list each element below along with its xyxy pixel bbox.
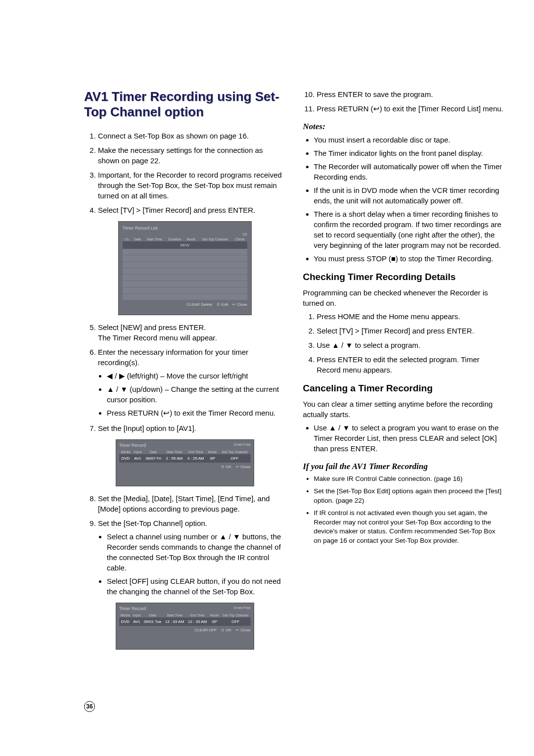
manual-page: AV1 Timer Recording using Set-Top Channe…: [0, 0, 534, 742]
fig3-r4: 12 : 33 AM: [186, 617, 209, 626]
fig2-title: Timer Record: [119, 443, 146, 448]
step6-b3: Press RETURN (↩) to exit the Timer Recor…: [107, 408, 286, 418]
note-5: There is a short delay when a timer reco…: [314, 209, 505, 250]
fig3-clear: CLEAR OFF: [195, 628, 217, 632]
check-3: Use ▲ / ▼ to select a program.: [317, 340, 505, 350]
cancel-b1: Use ▲ / ▼ to select a program you want t…: [314, 423, 505, 454]
fig2-h1: Input: [132, 450, 143, 454]
fig3-h2: Date: [142, 613, 163, 617]
figure-timer-record-1: Timer Record 0 min Free Media Input Date…: [116, 439, 254, 486]
fig1-footer-edit: ⊙ Edit: [217, 302, 228, 307]
step-1: Connect a Set-Top Box as shown on page 1…: [98, 131, 286, 141]
step-5b: The Timer Record menu will appear.: [98, 333, 217, 342]
note-3: The Recorder will automatically power of…: [314, 161, 505, 182]
fig3-h5: Mode: [209, 613, 220, 617]
fig3-h3: Start Time: [163, 613, 186, 617]
two-column-layout: AV1 Timer Recording using Set-Top Channe…: [84, 89, 504, 657]
fig2-h6: Set-Top Channel: [219, 450, 251, 454]
fig2-h2: Date: [143, 450, 164, 454]
note-2: The Timer indicator lights on the front …: [314, 148, 505, 158]
fig3-h1: Input: [132, 613, 142, 617]
fig2-r1: AV1: [132, 454, 143, 463]
fig1-footer-close: ↩ Close: [232, 302, 247, 307]
step-7: Set the [Input] option to [AV1].: [98, 423, 286, 433]
fig3-r1: AV1: [132, 617, 142, 626]
step-8: Set the [Media], [Date], [Start Time], […: [98, 493, 286, 514]
steps-list-3: Set the [Media], [Date], [Start Time], […: [84, 493, 286, 597]
step-11: Press RETURN (↩) to exit the [Timer Reco…: [317, 103, 505, 114]
step-5: Select [NEW] and press ENTER. The Timer …: [98, 322, 286, 343]
step9-b1: Select a channel using number or ▲ / ▼ b…: [107, 531, 286, 573]
fig3-h4: End Time: [186, 613, 209, 617]
fig3-r3: 12 : 03 AM: [163, 617, 186, 626]
fig3-r6: OFF: [221, 617, 251, 626]
fail-2: Set the [Set-Top Box Edit] options again…: [314, 487, 505, 506]
step-9-text: Set the [Set-Top Channel] option.: [98, 519, 207, 527]
fig3-minfree: 0 min Free: [234, 606, 250, 613]
fig2-r0: DVD: [119, 454, 133, 463]
step-5a: Select [NEW] and press ENTER.: [98, 323, 206, 331]
fail-3: If IR control is not activated even thou…: [314, 509, 505, 546]
left-column: AV1 Timer Recording using Set-Top Channe…: [84, 89, 286, 657]
fig1-page-indicator: 1/2: [123, 233, 247, 236]
checking-heading: Checking Timer Recording Details: [303, 272, 505, 283]
fig1-h-check: Check: [232, 237, 247, 241]
check-4: Press ENTER to edit the selected program…: [317, 354, 505, 375]
fig1-h-dur: Duration: [166, 237, 184, 241]
fig2-r5: SP: [206, 454, 219, 463]
step-3: Important, for the Recorder to record pr…: [98, 170, 286, 201]
fig2-h3: Start Time: [164, 450, 185, 454]
check-2: Select [TV] > [Timer Record] and press E…: [317, 326, 505, 336]
notes-list: You must insert a recordable disc or tap…: [303, 135, 505, 264]
fail-heading: If you fail the AV1 Timer Recording: [303, 462, 505, 472]
fig3-title: Timer Record: [119, 606, 146, 611]
step-4: Select [TV] > [Timer Record] and press E…: [98, 205, 286, 215]
step9-b2: Select [OFF] using CLEAR button, if you …: [107, 576, 286, 597]
step-6-bullets: ◀ / ▶ (left/right) – Move the cursor lef…: [98, 371, 286, 418]
step6-b1: ◀ / ▶ (left/right) – Move the cursor lef…: [107, 371, 286, 381]
fig1-h-stc: Set-Top Channel: [198, 237, 232, 241]
fig3-r0: DVD: [119, 617, 132, 626]
steps-list-2: Select [NEW] and press ENTER. The Timer …: [84, 322, 286, 433]
right-column: Press ENTER to save the program. Press R…: [303, 89, 505, 657]
checking-list: Press HOME and the Home menu appears. Se…: [303, 311, 505, 375]
step-9-bullets: Select a channel using number or ▲ / ▼ b…: [98, 531, 286, 597]
fig2-minfree: 0 min Free: [234, 443, 250, 450]
fail-list: Make sure IR Control Cable connection. (…: [303, 474, 505, 546]
fig2-h5: Mode: [206, 450, 219, 454]
fail-1: Make sure IR Control Cable connection. (…: [314, 474, 505, 484]
canceling-heading: Canceling a Timer Recording: [303, 383, 505, 394]
fig3-footer: CLEAR OFF ⊙ OK ↩ Close: [119, 628, 251, 632]
step-6: Enter the necessary information for your…: [98, 347, 286, 418]
fig2-r3: 2 : 55 AM: [164, 454, 185, 463]
fig3-h0: Media: [119, 613, 132, 617]
fig2-r2: 09/07 Fri: [143, 454, 164, 463]
figure-timer-record-list: Timer Record List 1/2 Ch. Date Start Tim…: [118, 221, 252, 315]
fig3-r2: 05/01 Tue: [142, 617, 163, 626]
step-2: Make the necessary settings for the conn…: [98, 145, 286, 166]
steps-list-1: Connect a Set-Top Box as shown on page 1…: [84, 131, 286, 215]
fig1-header-row: Ch. Date Start Time Duration Mode Set-To…: [123, 237, 247, 241]
section-title: AV1 Timer Recording using Set-Top Channe…: [84, 89, 286, 120]
step6-b2: ▲ / ▼ (up/down) – Change the setting at …: [107, 384, 286, 405]
notes-heading: Notes:: [303, 122, 505, 132]
fig1-h-date: Date: [132, 237, 143, 241]
fig2-h4: End Time: [185, 450, 206, 454]
fig2-r4: 3 : 25 AM: [185, 454, 206, 463]
fig1-table: Ch. Date Start Time Duration Mode Set-To…: [123, 237, 247, 300]
page-number: 36: [84, 701, 95, 712]
canceling-list: Use ▲ / ▼ to select a program you want t…: [303, 423, 505, 454]
fig1-footer-delete: CLEAR Delete: [186, 302, 212, 307]
steps-list-4: Press ENTER to save the program. Press R…: [303, 89, 505, 114]
fig3-r5: SP: [209, 617, 220, 626]
fig2-r6: OFF: [219, 454, 251, 463]
fig2-footer: ⊙ OK ↩ Close: [119, 465, 251, 469]
check-1: Press HOME and the Home menu appears.: [317, 311, 505, 322]
fig1-new-row: NEW: [123, 241, 247, 249]
checking-intro: Programming can be checked whenever the …: [303, 287, 505, 308]
fig1-h-mode: Mode: [184, 237, 198, 241]
fig1-footer: CLEAR Delete ⊙ Edit ↩ Close: [123, 302, 247, 307]
fig1-h-start: Start Time: [143, 237, 166, 241]
note-6: You must press STOP (■) to stop the Time…: [314, 253, 505, 264]
fig3-h6: Set-Top Channel: [221, 613, 251, 617]
